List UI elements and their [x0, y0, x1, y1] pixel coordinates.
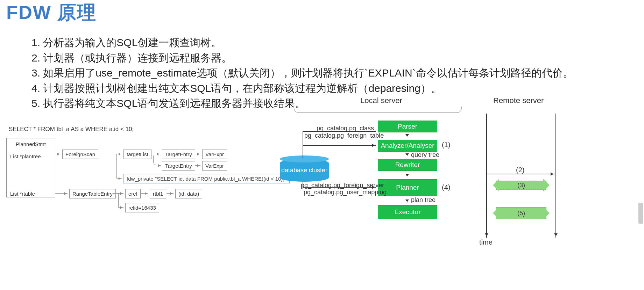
- database-cluster-icon: database cluster: [280, 159, 329, 182]
- plannedstmt-title: PlannedStmt: [10, 141, 51, 147]
- bidirectional-arrow-icon: (5): [496, 207, 546, 219]
- connector-line: [116, 154, 117, 178]
- bidirectional-arrow-icon: (3): [496, 181, 546, 190]
- time-label: time: [479, 238, 493, 246]
- eref-box: eref: [125, 189, 141, 198]
- database-cluster-label: database cluster: [281, 167, 327, 174]
- query-tree-label: query tree: [411, 151, 439, 159]
- connector-line: [113, 193, 118, 194]
- arrow-icon: [55, 154, 61, 154]
- sql-query-text: SELECT * FROM tbl_a AS a WHERE a.id < 10…: [9, 126, 134, 133]
- rangetableentry-box: RangeTableEntry: [69, 189, 116, 198]
- rtable-field: List *rtable: [10, 191, 51, 197]
- step-number-3: (3): [517, 182, 525, 189]
- connector-line: [99, 154, 116, 154]
- targetentry-box-2: TargetEntry: [162, 161, 195, 171]
- varexpr-box-2: VarExpr: [202, 161, 227, 171]
- step-2: 2. 计划器（或执行器）连接到远程服务器。: [31, 50, 573, 66]
- executor-box: Executor: [378, 205, 437, 219]
- arrow-icon: [195, 165, 200, 166]
- fdw-private-box: fdw_private "SELECT id, data FROM public…: [123, 174, 290, 183]
- remote-server-label: Remote server: [493, 96, 544, 105]
- pg-class-label: pg_catalog.pg_class: [317, 125, 374, 132]
- rewriter-box: Rewriter: [378, 159, 437, 171]
- down-arrow-icon: [407, 151, 407, 157]
- connector-line: [118, 193, 119, 207]
- brace-icon: [294, 107, 462, 113]
- step-number-2: (2): [516, 166, 524, 174]
- plan-tree-diagram: PlannedStmt List *plantree List *rtable …: [6, 138, 265, 225]
- step-number-4: (4): [442, 183, 450, 191]
- step-number-1: (1): [442, 141, 450, 149]
- arrow-icon: [195, 154, 200, 154]
- foreignscan-box: ForeignScan: [62, 150, 98, 159]
- step-3: 3. 如果启用了use_remote_estimate选项（默认关闭），则计划器…: [31, 65, 573, 81]
- pg-user-mapping-label: pg_catalog.pg_user_mapping: [304, 189, 387, 196]
- arrow-icon: [150, 154, 160, 154]
- scrollbar-thumb[interactable]: [638, 203, 643, 224]
- arrow-icon: [116, 178, 122, 179]
- arrow-icon: [118, 193, 123, 194]
- down-arrow-icon: [407, 170, 407, 178]
- local-server-label: Local server: [360, 96, 402, 105]
- plantree-field: List *plantree: [10, 153, 51, 159]
- arrow-icon: [160, 165, 161, 166]
- planner-box: Planner: [378, 179, 437, 196]
- down-arrow-icon: [407, 196, 407, 203]
- parser-box: Parser: [378, 121, 437, 132]
- varexpr-box-1: VarExpr: [202, 150, 227, 159]
- analyser-box: Analyzer/Analyser: [378, 140, 437, 152]
- step-4: 4. 计划器按照计划树创建出纯文本SQL语句，在内部称该过程为逆解析（depar…: [31, 81, 573, 96]
- targetlist-box: targetList: [123, 150, 151, 159]
- targetentry-box-1: TargetEntry: [162, 150, 195, 159]
- arrow-icon: [141, 193, 148, 194]
- step-1: 1. 分析器为输入的SQL创建一颗查询树。: [31, 35, 573, 50]
- relid-box: relid=16433: [125, 203, 159, 212]
- rtbl1-box: rtbl1: [150, 189, 166, 198]
- arrow-icon: [118, 207, 123, 208]
- page-title: FDW 原理: [6, 0, 97, 26]
- arrow-icon: [167, 193, 174, 194]
- curve-arrow-icon: [153, 155, 160, 165]
- pg-foreign-table-label: pg_catalog.pg_foreign_table: [304, 132, 384, 139]
- arrow-icon: [116, 154, 122, 154]
- arrow-icon: [55, 193, 68, 194]
- pg-foreign-server-label: pg_catalog.pg_foreign_server: [301, 182, 384, 189]
- iddata-box: (id, data): [175, 189, 202, 198]
- plannedstmt-box: PlannedStmt List *plantree List *rtable: [6, 138, 55, 197]
- connector-line: [303, 131, 303, 158]
- remote-timeline: Remote server (2) (3) (5) time: [486, 96, 556, 243]
- down-arrow-icon: [407, 132, 407, 138]
- arrow-icon: [303, 145, 376, 146]
- plan-tree-label: plan tree: [411, 196, 436, 204]
- step-number-5: (5): [517, 210, 525, 217]
